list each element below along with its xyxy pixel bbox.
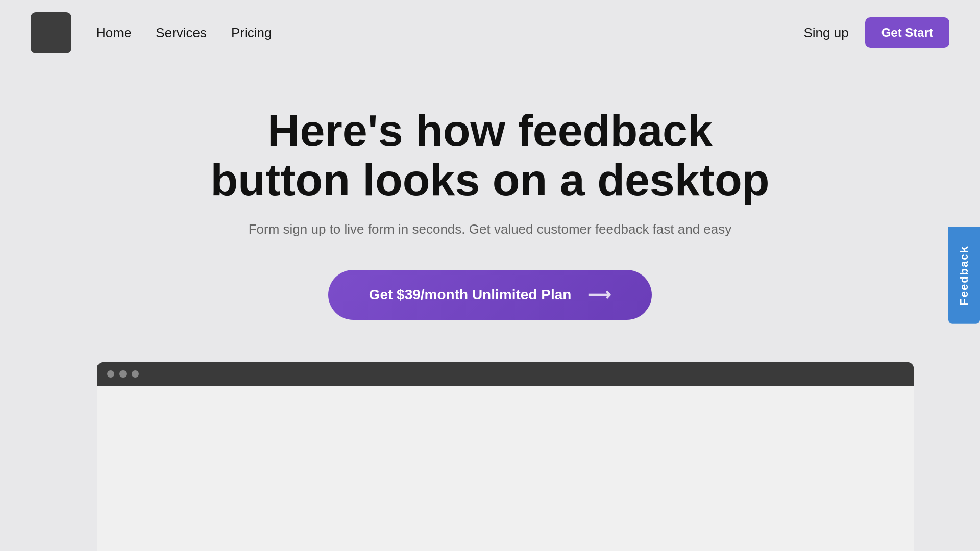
hero-subtitle: Form sign up to live form in seconds. Ge…: [249, 221, 732, 237]
browser-titlebar: [97, 362, 914, 386]
browser-frame: [97, 362, 914, 551]
nav-item-home[interactable]: Home: [96, 25, 131, 41]
feedback-wrapper[interactable]: Feedback: [948, 227, 980, 324]
nav-links: Home Services Pricing: [96, 25, 272, 41]
sign-up-link[interactable]: Sing up: [803, 25, 848, 41]
nav-link-services[interactable]: Services: [156, 25, 207, 40]
navbar-left: Home Services Pricing: [31, 12, 272, 53]
browser-content: [97, 386, 914, 551]
browser-dot-3: [132, 370, 139, 378]
cta-button[interactable]: Get $39/month Unlimited Plan ⟶: [328, 270, 652, 320]
navbar-right: Sing up Get Start: [803, 17, 949, 48]
get-start-button[interactable]: Get Start: [865, 17, 949, 48]
hero-title: Here's how feedback button looks on a de…: [209, 106, 771, 205]
browser-dot-1: [107, 370, 114, 378]
browser-mockup: [97, 362, 914, 551]
browser-dot-2: [119, 370, 127, 378]
nav-item-pricing[interactable]: Pricing: [231, 25, 272, 41]
logo[interactable]: [31, 12, 71, 53]
nav-link-home[interactable]: Home: [96, 25, 131, 40]
navbar: Home Services Pricing Sing up Get Start: [0, 0, 980, 65]
cta-label: Get $39/month Unlimited Plan: [369, 287, 572, 303]
cta-arrow-icon: ⟶: [587, 285, 611, 305]
nav-item-services[interactable]: Services: [156, 25, 207, 41]
hero-section: Here's how feedback button looks on a de…: [0, 65, 980, 350]
nav-link-pricing[interactable]: Pricing: [231, 25, 272, 40]
feedback-tab[interactable]: Feedback: [948, 227, 980, 324]
